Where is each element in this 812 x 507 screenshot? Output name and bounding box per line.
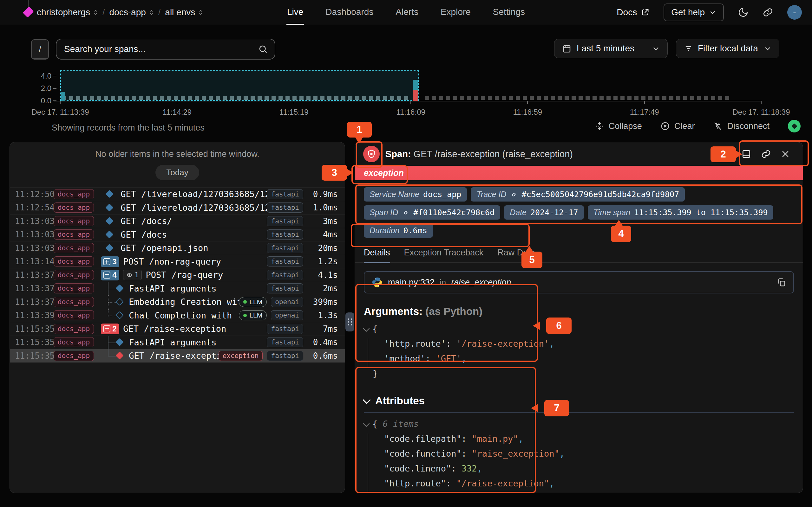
tree-connector-horizontal — [108, 289, 116, 289]
status-actions: Collapse Clear Disconnect — [595, 120, 801, 132]
span-list-row[interactable]: 11:15:35docs_app2GET /raise-exceptionfas… — [10, 322, 345, 336]
x-axis-tick — [527, 101, 528, 104]
code-token: : — [446, 339, 456, 349]
detail-header-actions — [741, 149, 795, 159]
span-list-row[interactable]: 11:13:37docs_app41POST /rag-queryfastapi… — [10, 268, 345, 282]
dock-panel-icon[interactable] — [741, 149, 751, 159]
llm-label: LLM — [249, 298, 262, 306]
copy-icon[interactable] — [777, 278, 786, 287]
detail-tab-exception-traceback[interactable]: Exception Traceback — [404, 248, 484, 263]
framework-tag: openai — [271, 310, 303, 320]
activity-block — [446, 96, 450, 100]
nav-tab-live[interactable]: Live — [287, 0, 304, 25]
nav-tab-alerts[interactable]: Alerts — [395, 0, 419, 25]
time-range-button[interactable]: Last 5 minutes — [554, 39, 668, 58]
activity-block — [271, 96, 275, 100]
x-axis-label: 11:14:29 — [163, 108, 192, 117]
copy-link-icon[interactable] — [761, 149, 771, 159]
breadcrumb-org[interactable]: christophergs — [37, 7, 98, 17]
service-tag: docs_app — [54, 283, 94, 293]
attributes-item-count: 6 items — [383, 419, 419, 429]
x-axis-label: 11:17:49 — [630, 108, 659, 117]
activity-block — [530, 96, 534, 100]
nav-tab-dashboards[interactable]: Dashboards — [325, 0, 374, 25]
avatar[interactable]: - — [787, 5, 802, 20]
docs-link[interactable]: Docs — [617, 7, 650, 17]
activity-block — [174, 96, 178, 100]
detail-tab-details[interactable]: Details — [364, 248, 390, 263]
llm-status-dot — [243, 314, 247, 317]
chevron-down-icon[interactable] — [363, 420, 369, 427]
span-children-badge[interactable]: 3 — [101, 257, 119, 267]
activity-block — [362, 96, 366, 100]
chevron-down-icon — [652, 45, 660, 52]
span-list-row[interactable]: 11:15:35docs_appFastAPI argumentsfastapi… — [10, 336, 345, 349]
clear-button[interactable]: Clear — [660, 121, 695, 131]
chevron-down-icon[interactable] — [363, 325, 369, 332]
span-count-bar — [413, 80, 418, 90]
hidden-spans-badge[interactable]: 1 — [123, 270, 142, 280]
x-axis-tick — [294, 101, 294, 104]
nav-tab-explore[interactable]: Explore — [440, 0, 471, 25]
close-icon[interactable] — [780, 149, 790, 159]
span-list-row[interactable]: 11:12:50docs_appGET /livereload/12703636… — [10, 187, 345, 201]
span-list-row[interactable]: 11:13:03docs_appGET /openapi.jsonfastapi… — [10, 241, 345, 255]
link-icon[interactable] — [510, 191, 518, 199]
activity-block — [606, 96, 611, 100]
filter-local-data-button[interactable]: Filter local data — [676, 39, 779, 58]
chevron-updown-icon — [149, 9, 154, 16]
children-count: 2 — [112, 325, 116, 333]
attrs-open-brace: { 6 items — [364, 416, 794, 431]
breadcrumb-project[interactable]: docs-app — [109, 7, 154, 17]
meta-chip-time-span: Time span11:15:35.399 to 11:15:35.399 — [588, 205, 774, 220]
span-list-row[interactable]: 11:13:39docs_appChat Completion with '…L… — [10, 308, 345, 322]
link-icon[interactable] — [402, 209, 409, 216]
span-timestamp: 11:13:37 — [15, 284, 54, 293]
avatar-text: - — [793, 7, 796, 18]
span-timestamp: 11:13:37 — [15, 297, 54, 307]
dark-mode-toggle[interactable] — [738, 7, 749, 18]
detail-tab-raw-data[interactable]: Raw Data — [497, 248, 535, 263]
activity-block — [264, 96, 269, 100]
breadcrumb-separator: / — [102, 8, 105, 17]
code-token: , — [549, 339, 554, 349]
breadcrumb-env[interactable]: all envs — [165, 7, 203, 17]
panel-resize-handle[interactable] — [345, 313, 354, 331]
search-input[interactable] — [63, 44, 258, 55]
disconnect-button[interactable]: Disconnect — [713, 121, 769, 131]
span-list-row[interactable]: 11:13:37docs_appEmbedding Creation wit…L… — [10, 295, 345, 308]
nav-tab-settings[interactable]: Settings — [492, 0, 525, 25]
span-row-meta: fastapi1.2s — [267, 257, 338, 267]
attributes-heading[interactable]: Attributes — [355, 395, 803, 407]
get-help-button[interactable]: Get help — [664, 3, 724, 21]
activity-block — [118, 96, 122, 100]
span-duration: 0.6ms — [307, 351, 338, 360]
activity-block — [104, 96, 108, 100]
activity-block — [237, 96, 241, 100]
code-file-line[interactable]: main.py:332 — [388, 278, 435, 287]
today-button[interactable]: Today — [155, 165, 199, 180]
collapse-button[interactable]: Collapse — [595, 121, 642, 131]
share-link-button[interactable] — [763, 7, 773, 18]
slash-shortcut-key: / — [31, 39, 49, 60]
span-list-row[interactable]: 11:13:14docs_app3POST /non-rag-queryfast… — [10, 255, 345, 268]
span-row-meta: fastapi4.1s — [267, 270, 338, 280]
activity-block — [537, 96, 541, 100]
python-icon — [371, 277, 383, 288]
span-name: FastAPI arguments — [129, 284, 267, 293]
span-children-badge[interactable]: 4 — [101, 270, 119, 280]
logfire-logo[interactable] — [23, 0, 33, 25]
span-list-row[interactable]: 11:13:37docs_appFastAPI argumentsfastapi… — [10, 282, 345, 295]
span-timestamp: 11:12:50 — [15, 189, 54, 199]
span-children-badge[interactable]: 2 — [101, 324, 119, 334]
span-list-row[interactable]: 11:13:03docs_appGET /docsfastapi4ms — [10, 228, 345, 241]
connection-status-indicator[interactable] — [788, 120, 801, 132]
span-list-row[interactable]: 11:12:54docs_appGET /livereload/12703636… — [10, 201, 345, 215]
nav-tabs: LiveDashboardsAlertsExploreSettings — [287, 0, 525, 25]
activity-block — [697, 96, 701, 100]
span-tree-indicator — [98, 215, 120, 228]
span-list-row[interactable]: 11:15:35docs_appGET /raise-exception …ex… — [10, 349, 345, 362]
y-axis-tick — [53, 76, 56, 76]
span-list-row[interactable]: 11:13:03docs_appGET /docs/fastapi3ms — [10, 214, 345, 228]
tree-connector-horizontal — [108, 343, 116, 343]
